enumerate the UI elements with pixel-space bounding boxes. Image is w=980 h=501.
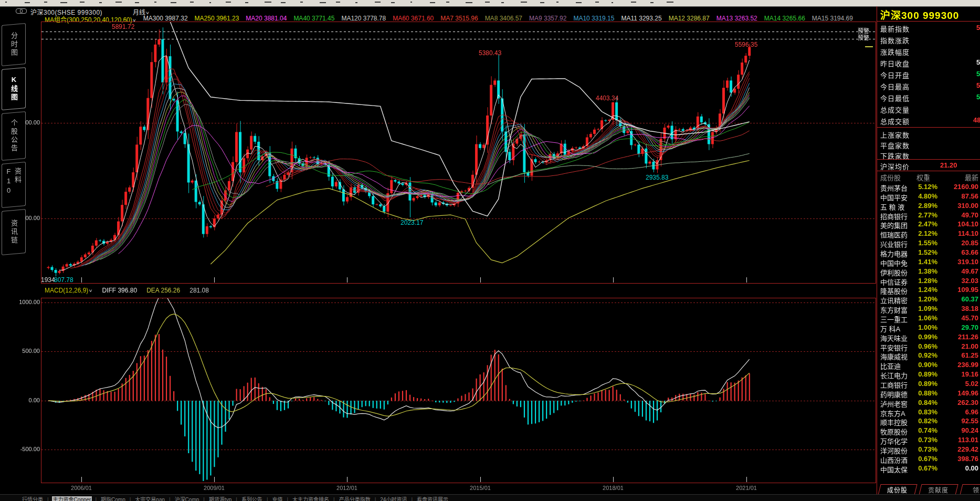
info-value-clipped: 5 [976, 70, 980, 78]
chart-canvas[interactable] [0, 0, 980, 501]
stock-row[interactable]: 万 科A1.00%29.70 [877, 323, 980, 332]
stock-row[interactable]: 伊利股份1.38%49.67 [877, 267, 980, 276]
stock-name: 泸州老窖 [880, 399, 908, 409]
stock-price: 149.96 [957, 389, 978, 397]
bottom-bar-item[interactable]: 大宗交易pan [134, 496, 166, 501]
stock-row[interactable]: 中国中免1.41%319.10 [877, 258, 980, 266]
stock-row[interactable]: 京东方A0.83%6.96 [877, 408, 980, 416]
separator: | [267, 496, 268, 501]
bottom-bar-item[interactable]: 充值 [271, 496, 283, 501]
stock-weight: 0.99% [909, 333, 937, 341]
bottom-bar-item[interactable]: 系列公告 [240, 496, 264, 501]
info-row[interactable]: 下跌家数 [877, 149, 980, 160]
stock-name: 海康威视 [880, 351, 908, 361]
stock-weight: 2.77% [909, 211, 937, 219]
info-row[interactable]: 最新指数5 [877, 22, 980, 34]
stock-row[interactable]: 中国平安4.80%87.56 [877, 192, 980, 201]
info-row[interactable]: 上涨家数 [877, 128, 980, 139]
info-row[interactable]: 指数涨跌 [877, 34, 980, 45]
sidebar-tab-5[interactable]: 资讯链 [2, 209, 26, 255]
stock-weight: 1.00% [909, 323, 937, 331]
bottom-bar-item[interactable]: 24小时资讯 [379, 496, 408, 501]
stock-price: 113.01 [958, 436, 978, 444]
stock-row[interactable]: 海康威视0.92%61.25 [877, 351, 980, 360]
stock-price: 114.10 [958, 229, 978, 237]
stock-weight: 0.88% [909, 389, 937, 397]
sidebar-bottom-tab[interactable]: 领涨 [960, 484, 980, 495]
stock-row[interactable]: 中信证券1.28%32.03 [877, 277, 980, 285]
stock-list: 贵州茅台5.12%2160.90中国平安4.80%87.56五 粮 液2.89%… [877, 183, 980, 473]
separator: | [203, 496, 205, 501]
stock-price: 19.16 [961, 370, 978, 378]
stock-weight: 0.82% [909, 417, 937, 425]
stock-row[interactable]: 泸州老窖0.84%262.30 [877, 399, 980, 407]
info-row[interactable]: 今日最高5 [877, 80, 980, 91]
stock-row[interactable]: 兴业银行1.55%20.85 [877, 239, 980, 247]
stock-weight: 1.20% [909, 295, 937, 303]
macd-indicator-dropdown[interactable]: MACD(12,26,9)∨ [45, 287, 92, 294]
stock-row[interactable]: 隆基股份1.24%109.95 [877, 286, 980, 294]
stock-row[interactable]: 美的集团2.47%104.10 [877, 220, 980, 228]
info-value-clipped: 5 [976, 24, 980, 32]
stock-row[interactable]: 五 粮 液2.89%310.00 [877, 202, 980, 210]
stock-row[interactable]: 中国太保0.67%0.00 [877, 464, 980, 473]
bottom-bar-item[interactable]: 行情分类 [21, 496, 44, 501]
sidebar-tab-1[interactable]: 分时图 [2, 23, 26, 66]
sidebar-bottom-tab[interactable]: 贡献度 [919, 484, 958, 495]
stock-row[interactable]: 长江电力0.89%19.16 [877, 370, 980, 379]
stock-row[interactable]: 药明康德0.88%149.96 [877, 389, 980, 398]
stock-row[interactable]: 洋河股份0.73%229.42 [877, 445, 980, 454]
info-row[interactable]: 总成交量 [877, 103, 980, 114]
stock-row[interactable]: 东方财富1.09%38.18 [877, 305, 980, 313]
stock-name: 工商银行 [880, 380, 908, 390]
stock-row[interactable]: 海天味业0.99%211.26 [877, 333, 980, 341]
stock-row[interactable]: 顺丰控股0.82%92.55 [877, 417, 980, 425]
stock-weight: 1.09% [909, 305, 937, 312]
stock-name: 比亚迪 [880, 361, 901, 371]
stock-name: 洋河股份 [880, 445, 908, 455]
count-rows: 上涨家数平盘家数下跌家数 [877, 128, 980, 160]
info-row[interactable]: 总成交额48 [877, 114, 980, 126]
stock-row[interactable]: 牧原股份0.74%90.24 [877, 426, 980, 435]
stock-price: 61.25 [961, 351, 978, 359]
stock-row[interactable]: 比亚迪0.90%236.99 [877, 361, 980, 369]
stock-name: 顺丰控股 [880, 417, 908, 427]
stock-row[interactable]: 工商银行0.89%5.02 [877, 380, 980, 388]
info-row[interactable]: 今日开盘5 [877, 68, 980, 80]
info-row[interactable]: 涨跌幅度 [877, 45, 980, 57]
info-row[interactable]: 昨日收盘5 [877, 57, 980, 68]
stock-row[interactable]: 格力电器1.52%63.66 [877, 248, 980, 257]
stock-row[interactable]: 恒瑞医药2.12%114.10 [877, 229, 980, 238]
stock-weight: 2.47% [909, 220, 937, 228]
stock-weight: 1.28% [909, 277, 937, 285]
sidebar-tab-2[interactable]: K线图 [2, 67, 26, 110]
stock-row[interactable]: 平安银行0.96%21.00 [877, 342, 980, 351]
info-label: 今日开盘 [880, 70, 910, 80]
info-row[interactable]: 今日最低5 [877, 91, 980, 103]
bottom-bar-item[interactable]: 期货源typ [208, 496, 233, 501]
info-row[interactable]: 平盘家数 [877, 139, 980, 149]
sidebar-bottom-tab[interactable]: 成份股 [878, 484, 917, 495]
stock-price: 319.10 [957, 258, 978, 266]
bottom-bar-item[interactable]: 产品分类指数 [338, 496, 372, 501]
bottom-bar-item[interactable]: 大主力资金排名 [291, 496, 330, 501]
stock-name: 海天味业 [880, 333, 908, 343]
stock-row[interactable]: 万华化学0.73%113.01 [877, 436, 980, 444]
info-label: 指数涨跌 [880, 35, 910, 45]
stock-row[interactable]: 立讯精密1.20%60.37 [877, 295, 980, 304]
sidebar-tab-3[interactable]: 个股公告 [2, 111, 26, 161]
stock-row[interactable]: 贵州茅台5.12%2160.90 [877, 183, 980, 191]
line-end-marker [865, 46, 873, 47]
macd-dea-value: DEA 256.26 [146, 287, 180, 294]
stock-weight: 0.74% [909, 426, 937, 434]
bottom-bar-item[interactable]: 沪深Comp [174, 496, 201, 501]
left-tab-strip: 分时图K线图个股公告F10资料资讯链 [0, 21, 29, 254]
bottom-bar-item[interactable]: 期指Comp [100, 496, 127, 501]
bottom-bar-item[interactable]: 主力资金Copper [52, 496, 92, 501]
stock-row[interactable]: 三一重工1.06%45.70 [877, 314, 980, 322]
stock-weight: 2.12% [909, 229, 937, 237]
stock-row[interactable]: 山西汾酒0.67%398.76 [877, 455, 980, 463]
sidebar-tab-4[interactable]: F10资料 [2, 162, 26, 208]
stock-row[interactable]: 招商银行2.77%49.70 [877, 211, 980, 220]
bottom-bar-item[interactable]: 看盘资讯展示 [416, 496, 449, 501]
